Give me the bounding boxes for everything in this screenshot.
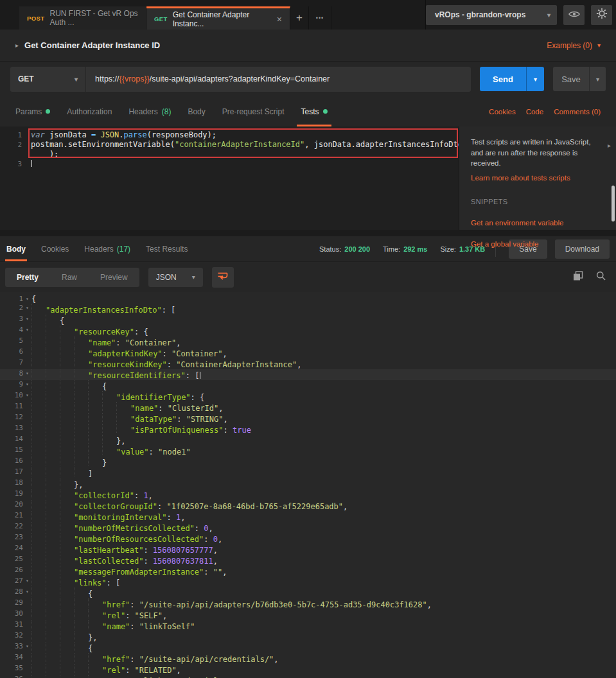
code-text: "collectorGroupId": "1f02507e-8a68-46bd-… xyxy=(31,500,348,511)
line-number xyxy=(0,150,22,159)
line-number: 29 xyxy=(0,598,23,609)
indent-guide xyxy=(31,304,46,313)
response-tab-test-results[interactable]: Test Results xyxy=(146,236,188,261)
code-link[interactable]: Code xyxy=(526,108,544,116)
snippet-get-global-variable[interactable]: Get a global variable xyxy=(471,240,604,248)
fold-caret-icon[interactable]: ▾ xyxy=(23,380,31,391)
response-tab-body[interactable]: Body xyxy=(6,236,26,261)
fold-caret-icon[interactable]: ▾ xyxy=(23,642,31,653)
headers-count: (8) xyxy=(162,107,172,116)
line-number: 17 xyxy=(0,467,23,478)
save-options-button[interactable]: ▾ xyxy=(589,67,606,91)
line-number: 28 xyxy=(0,587,23,598)
snippet-get-environment-variable[interactable]: Get an environment variable xyxy=(471,219,604,227)
wrap-text-button[interactable] xyxy=(212,267,234,288)
environment-quick-look-button[interactable] xyxy=(563,5,585,25)
response-tabs: Body Cookies Headers (17) Test Results xyxy=(6,236,188,261)
indent-guide xyxy=(116,424,130,433)
view-pretty[interactable]: Pretty xyxy=(5,268,50,287)
fold-caret-icon[interactable]: ▾ xyxy=(23,369,31,380)
learn-more-link[interactable]: Learn more about tests scripts xyxy=(471,173,604,184)
tests-code-editor[interactable]: 1var jsonData = JSON.parse(responseBody)… xyxy=(0,126,459,230)
collapse-caret-icon[interactable]: ▸ xyxy=(15,42,19,49)
format-dropdown[interactable]: JSON ▾ xyxy=(148,268,203,287)
tab-params[interactable]: Params xyxy=(15,96,50,126)
fold-caret-icon[interactable]: ▾ xyxy=(23,326,31,336)
token: : xyxy=(130,655,139,664)
status-label: Status: xyxy=(319,245,341,253)
comments-link[interactable]: Comments (0) xyxy=(554,108,601,116)
http-method-value: GET xyxy=(18,74,34,83)
tab-label: Body xyxy=(6,245,26,254)
gutter-spacer xyxy=(23,675,31,678)
method-badge-get: GET xyxy=(154,15,168,22)
token: : xyxy=(191,393,200,402)
indent-guide xyxy=(31,456,46,465)
cookies-link[interactable]: Cookies xyxy=(489,108,516,116)
copy-icon[interactable] xyxy=(573,271,583,284)
code-text: "lastHeartbeat": 1560807657777, xyxy=(31,544,218,555)
close-tab-icon[interactable]: × xyxy=(277,14,282,24)
line-number: 26 xyxy=(0,566,23,577)
fold-caret-icon[interactable]: ▾ xyxy=(23,315,31,326)
request-tab-get-container[interactable]: GET Get Container Adapter Instanc... × xyxy=(146,6,290,30)
tab-tests[interactable]: Tests xyxy=(301,96,327,126)
tab-headers[interactable]: Headers (8) xyxy=(128,96,171,126)
indent-guide xyxy=(60,522,74,531)
indent-guide xyxy=(46,489,60,498)
view-raw[interactable]: Raw xyxy=(50,268,89,287)
gutter-spacer xyxy=(23,664,31,675)
indent-guide xyxy=(74,413,88,422)
fold-caret-icon[interactable]: ▾ xyxy=(23,295,31,304)
tab-pre-request-script[interactable]: Pre-request Script xyxy=(222,96,285,126)
token: "STRING" xyxy=(186,415,224,424)
new-tab-button[interactable]: + xyxy=(290,6,308,30)
code-line: 26"messageFromAdapterInstance": "", xyxy=(0,566,616,577)
save-request-button[interactable]: Save xyxy=(553,67,589,91)
fold-caret-icon[interactable]: ▾ xyxy=(23,391,31,402)
http-method-dropdown[interactable]: GET ▾ xyxy=(10,67,86,92)
environment-selector[interactable]: vROps - gbrandon-vrops ▾ xyxy=(426,5,557,25)
code-text: "links": [ xyxy=(31,577,120,587)
fold-caret-icon[interactable]: ▾ xyxy=(23,587,31,598)
view-preview[interactable]: Preview xyxy=(89,268,139,287)
indent-guide xyxy=(46,446,60,455)
indent-guide xyxy=(74,456,88,465)
examples-dropdown[interactable]: Examples (0) ▾ xyxy=(547,41,601,50)
code-line: 23"numberOfResourcesCollected": 0, xyxy=(0,533,616,544)
environment-settings-button[interactable] xyxy=(591,5,612,25)
tab-options-button[interactable]: ••• xyxy=(308,6,331,30)
tab-authorization[interactable]: Authorization xyxy=(67,96,112,126)
response-body-viewer[interactable]: 1▾{2▾"adapterInstancesInfoDto": [3▾{4▾"r… xyxy=(0,292,616,678)
token: }, xyxy=(88,633,97,642)
scrollbar-thumb[interactable] xyxy=(612,186,615,222)
tab-body[interactable]: Body xyxy=(188,96,205,126)
indent-guide xyxy=(46,380,60,389)
code-text: { xyxy=(31,642,92,653)
line-number: 20 xyxy=(0,500,23,511)
fold-caret-icon[interactable]: ▾ xyxy=(23,577,31,587)
code-line: 3▾{ xyxy=(0,315,616,326)
response-tab-cookies[interactable]: Cookies xyxy=(41,236,69,261)
indent-guide xyxy=(60,609,74,618)
url-input[interactable]: https://{{vrops}}/suite-api/api/adapters… xyxy=(86,67,471,92)
fold-caret-icon[interactable]: ▾ xyxy=(23,304,31,315)
token: { xyxy=(88,589,92,598)
collapse-panel-icon[interactable]: ▸ xyxy=(608,142,611,149)
search-icon[interactable] xyxy=(596,271,606,283)
token: var xyxy=(31,130,45,139)
indent-guide xyxy=(60,620,74,629)
code-line: 31"name": "linkToSelf" xyxy=(0,620,616,631)
indent-guide xyxy=(60,511,74,520)
code-text: "monitoringInterval": 1, xyxy=(31,511,185,522)
line-number: 15 xyxy=(0,446,23,456)
send-options-button[interactable]: ▾ xyxy=(526,67,544,91)
code-text: "rel": "SELF", xyxy=(31,609,167,620)
response-tab-headers[interactable]: Headers (17) xyxy=(84,236,130,261)
code-text: "href": "/suite-api/api/adapters/b76db3e… xyxy=(31,598,432,609)
indent-guide xyxy=(60,424,74,433)
token: : xyxy=(134,491,143,500)
request-tab-run-first[interactable]: POST RUN FIRST - Get vR Ops Auth ... xyxy=(19,6,146,30)
token: , xyxy=(343,502,348,511)
send-button[interactable]: Send xyxy=(480,67,526,91)
